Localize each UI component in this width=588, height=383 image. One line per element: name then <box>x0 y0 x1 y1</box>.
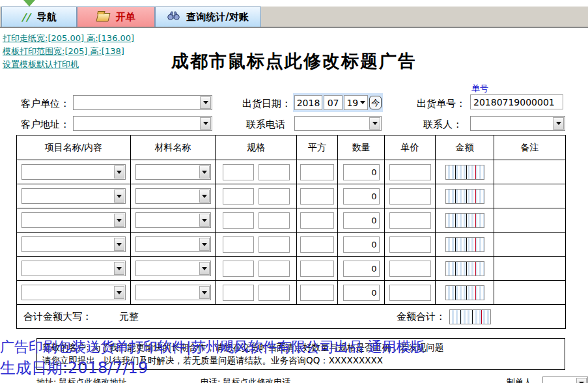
chevron-down-icon[interactable] <box>369 117 380 130</box>
phone-label: 联系电话 <box>246 119 285 131</box>
material-combobox[interactable] <box>135 261 211 276</box>
sqm-input[interactable] <box>300 236 334 253</box>
spec-height-input[interactable] <box>259 212 290 229</box>
remark-cell[interactable] <box>494 233 565 256</box>
chevron-down-icon[interactable] <box>200 117 211 130</box>
spec-height-input[interactable] <box>259 261 290 277</box>
qty-input[interactable] <box>343 285 380 301</box>
amount-ledger <box>445 213 484 228</box>
item-name-combobox[interactable] <box>21 212 126 228</box>
material-combobox[interactable] <box>135 236 211 252</box>
item-name-combobox[interactable] <box>21 164 126 180</box>
amount-total-label: 金额合计： <box>397 311 445 323</box>
remark-cell[interactable] <box>494 257 565 280</box>
chevron-down-icon[interactable] <box>199 286 210 299</box>
material-combobox[interactable] <box>135 212 211 228</box>
customer-label: 客户单位： <box>21 98 70 110</box>
material-combobox[interactable] <box>135 164 211 180</box>
chevron-down-icon[interactable] <box>114 190 124 203</box>
remark-cell[interactable] <box>494 184 565 208</box>
tab-query-stats[interactable]: 查询统计/对账 <box>155 7 261 27</box>
price-input[interactable] <box>389 212 431 229</box>
software-ad-link[interactable]: 广告印刷包装送货单打印软件|苏州飓风软件有限公司出品 通用模版 <box>0 337 425 357</box>
open-folder-icon <box>96 13 110 21</box>
total-caps-value: 元整 <box>119 311 139 323</box>
address-label: 客户地址： <box>21 119 70 131</box>
price-input[interactable] <box>389 236 431 253</box>
company-phone-edit[interactable]: 电话: 鼠标点此修改电话 <box>201 376 291 383</box>
col-amount: 金额 <box>436 135 494 160</box>
spec-height-input[interactable] <box>259 236 290 253</box>
date-year-box[interactable]: 2018 <box>294 95 322 110</box>
chevron-down-icon[interactable] <box>576 378 587 383</box>
col-spec: 规格 <box>216 135 297 160</box>
spec-width-input[interactable] <box>223 261 254 277</box>
item-name-combobox[interactable] <box>21 188 126 204</box>
qty-input[interactable] <box>343 212 380 229</box>
price-input[interactable] <box>389 285 431 301</box>
price-input[interactable] <box>389 188 431 205</box>
remark-cell[interactable] <box>494 160 565 184</box>
maker-combobox[interactable] <box>542 376 588 383</box>
sqm-input[interactable] <box>300 212 334 229</box>
price-input[interactable] <box>389 164 431 180</box>
qty-input[interactable] <box>343 261 380 277</box>
item-row <box>17 233 566 257</box>
phone-combobox[interactable] <box>294 116 382 131</box>
spec-width-input[interactable] <box>223 188 254 205</box>
chevron-down-icon[interactable] <box>114 165 124 178</box>
date-month-box[interactable]: 07 <box>324 95 343 110</box>
chevron-down-icon[interactable] <box>199 262 210 275</box>
chevron-down-icon[interactable] <box>199 190 210 203</box>
spec-height-input[interactable] <box>259 285 290 301</box>
sqm-input[interactable] <box>300 164 334 180</box>
sqm-input[interactable] <box>300 261 334 277</box>
spec-width-input[interactable] <box>223 236 254 253</box>
today-button[interactable]: 今 <box>369 96 382 109</box>
tab-navigation[interactable]: // 导航 <box>1 7 77 27</box>
spec-height-input[interactable] <box>259 164 290 180</box>
item-row <box>17 208 566 233</box>
totals-row: 合计金额大写： 元整 金额合计： <box>17 305 566 329</box>
remark-cell[interactable] <box>494 281 565 304</box>
chevron-down-icon[interactable] <box>553 117 564 130</box>
item-name-combobox[interactable] <box>21 285 126 300</box>
material-combobox[interactable] <box>135 285 211 300</box>
spec-height-input[interactable] <box>259 188 290 205</box>
spec-width-input[interactable] <box>223 285 254 301</box>
chevron-down-icon[interactable] <box>200 96 211 109</box>
chevron-down-icon[interactable] <box>114 214 124 227</box>
item-name-combobox[interactable] <box>21 236 126 252</box>
chevron-down-icon[interactable] <box>114 238 124 251</box>
qty-input[interactable] <box>343 164 380 180</box>
qty-input[interactable] <box>343 236 380 253</box>
chevron-down-icon[interactable] <box>199 165 210 178</box>
tab-create-order[interactable]: 开单 <box>77 7 155 27</box>
spec-width-input[interactable] <box>223 164 254 180</box>
paper-size-link[interactable]: 打印走纸宽:[205.00] 高:[136.00] <box>3 33 134 44</box>
contact-label: 联系人： <box>423 119 462 131</box>
remark-cell[interactable] <box>494 208 565 232</box>
sqm-input[interactable] <box>300 188 334 205</box>
amount-ledger <box>445 189 484 204</box>
address-combobox[interactable] <box>73 116 212 131</box>
material-combobox[interactable] <box>135 188 211 204</box>
order-no-tag: 单号 <box>471 83 488 94</box>
contact-combobox[interactable] <box>470 116 565 131</box>
spec-width-input[interactable] <box>223 212 254 229</box>
qty-input[interactable] <box>343 188 380 205</box>
customer-combobox[interactable] <box>73 95 212 110</box>
price-input[interactable] <box>389 261 431 277</box>
date-day-box[interactable]: 19 <box>344 95 368 110</box>
chevron-down-icon[interactable] <box>114 286 124 299</box>
green-down-arrow-icon[interactable] <box>23 0 35 7</box>
ship-no-input[interactable] <box>470 94 563 109</box>
sqm-input[interactable] <box>300 285 334 301</box>
tab-create-order-label: 开单 <box>116 11 135 23</box>
chevron-down-icon[interactable] <box>199 238 210 251</box>
item-name-combobox[interactable] <box>21 261 126 276</box>
chevron-down-icon[interactable] <box>199 214 210 227</box>
chevron-down-icon[interactable] <box>114 262 124 275</box>
tab-query-stats-label: 查询统计/对账 <box>186 11 248 23</box>
page-title[interactable]: 成都市鼠标点此修改标题广告 <box>0 50 588 73</box>
